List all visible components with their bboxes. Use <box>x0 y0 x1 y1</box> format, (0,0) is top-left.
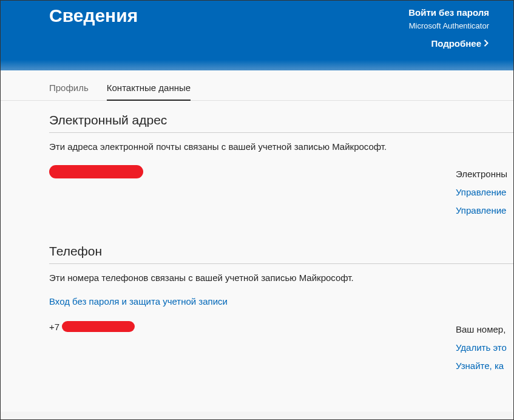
phone-prefix: +7 <box>49 322 59 332</box>
learn-phone-link[interactable]: Узнайте, ка <box>456 357 513 375</box>
signin-no-password-label[interactable]: Войти без пароля <box>408 5 489 20</box>
chevron-right-icon <box>484 36 489 51</box>
phone-section: Телефон Эти номера телефонов связаны с в… <box>49 244 513 375</box>
divider <box>49 263 513 264</box>
phone-row: +7 Ваш номер, Удалить это Узнайте, ка <box>49 320 513 375</box>
email-value-container <box>49 165 143 178</box>
phone-value-container: +7 <box>49 320 135 332</box>
email-redacted <box>49 165 143 178</box>
email-row: Электронны Управление Управление <box>49 165 513 220</box>
manage-email-link-1[interactable]: Управление <box>456 183 513 202</box>
phone-section-description: Эти номера телефонов связаны с вашей уче… <box>49 273 513 283</box>
phone-section-title: Телефон <box>49 244 513 259</box>
manage-email-link-2[interactable]: Управление <box>456 202 513 220</box>
phone-redacted <box>62 321 135 332</box>
divider <box>49 132 513 133</box>
learn-more-link[interactable]: Подробнее <box>431 36 489 51</box>
main-content: Электронный адрес Эти адреса электронной… <box>1 101 513 412</box>
delete-phone-link[interactable]: Удалить это <box>456 339 513 357</box>
tab-bar: Профиль Контактные данные <box>1 70 513 101</box>
tab-profile[interactable]: Профиль <box>49 79 89 100</box>
email-type-label: Электронны <box>456 169 507 179</box>
email-section: Электронный адрес Эти адреса электронной… <box>49 113 513 220</box>
page-header: Сведения Войти без пароля Microsoft Auth… <box>1 1 513 70</box>
email-section-description: Эти адреса электронной почты связаны с в… <box>49 141 513 152</box>
learn-more-text: Подробнее <box>431 36 481 51</box>
tab-contact-info[interactable]: Контактные данные <box>107 79 191 100</box>
phone-actions: Ваш номер, Удалить это Узнайте, ка <box>456 320 513 375</box>
email-actions: Электронны Управление Управление <box>456 165 513 220</box>
passwordless-security-link[interactable]: Вход без пароля и защита учетной записи <box>49 296 228 307</box>
header-right-panel: Войти без пароля Microsoft Authenticator… <box>408 5 489 51</box>
phone-type-label: Ваш номер, <box>456 324 506 334</box>
authenticator-label: Microsoft Authenticator <box>408 20 489 33</box>
page-title: Сведения <box>49 5 138 26</box>
email-section-title: Электронный адрес <box>49 113 513 127</box>
